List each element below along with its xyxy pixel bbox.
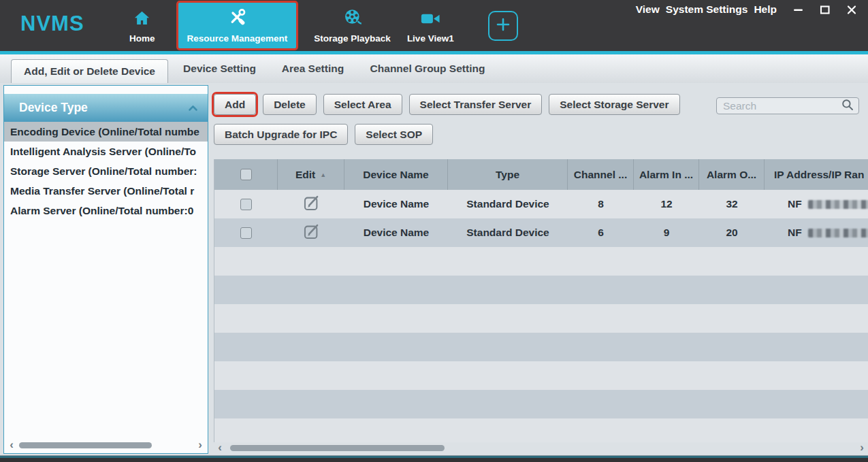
content-area: Device Type Encoding Device (Online/Tota… (0, 83, 868, 455)
tab-device-setting[interactable]: Device Setting (180, 54, 259, 83)
row-checkbox[interactable] (240, 199, 252, 210)
toolbar-row-1: Add Delete Select Area Select Transfer S… (214, 94, 680, 115)
cell-ip-address: NF (765, 190, 868, 218)
column-header-ip-address[interactable]: IP Address/IP Ran (765, 159, 868, 190)
empty-rows-stripes (214, 247, 868, 442)
column-header-type[interactable]: Type (448, 159, 568, 190)
search-box (716, 97, 859, 114)
delete-button[interactable]: Delete (263, 94, 317, 115)
column-header-alarm-out[interactable]: Alarm O... (699, 159, 765, 190)
tab-channel-group-setting[interactable]: Channel Group Setting (366, 54, 489, 83)
device-table: Edit ▲ Device Name Type Channel ... Alar… (214, 159, 868, 442)
nav-live-view[interactable]: Live View1 (399, 3, 462, 48)
column-header-edit-label: Edit (295, 169, 315, 181)
bottom-bar (0, 455, 868, 462)
minimize-icon[interactable] (793, 4, 804, 15)
cell-device-name: Device Name (344, 218, 448, 247)
app-window: NVMS Home (0, 0, 868, 462)
nav-storage-playback-label: Storage Playback (314, 33, 391, 44)
tools-icon (227, 7, 247, 30)
tab-area-setting[interactable]: Area Setting (277, 54, 349, 83)
cell-channel: 6 (568, 218, 634, 247)
sidebar-item-intelligent-analysis-server[interactable]: Intelligent Analysis Server (Online/To (4, 142, 208, 161)
row-checkbox[interactable] (240, 227, 252, 239)
column-header-alarm-in[interactable]: Alarm In ... (634, 159, 699, 190)
film-reel-icon (343, 8, 362, 30)
search-icon[interactable] (841, 99, 854, 114)
plus-icon (496, 17, 511, 35)
sidebar-item-storage-server[interactable]: Storage Server (Online/Total number: (4, 161, 208, 181)
nav-home-label: Home (129, 33, 155, 44)
ip-prefix: NF (788, 198, 802, 210)
menu-help[interactable]: Help (754, 3, 777, 16)
scroll-left-icon[interactable]: ‹ (216, 443, 224, 452)
scrollbar-thumb[interactable] (19, 442, 152, 448)
close-icon[interactable] (846, 4, 857, 15)
cell-channel: 8 (568, 190, 634, 218)
window-controls (793, 4, 857, 15)
batch-upgrade-for-ipc-button[interactable]: Batch Upgrade for IPC (214, 124, 348, 145)
main-nav: Home Resource Management (121, 3, 518, 48)
cell-type: Standard Device (448, 190, 568, 218)
nav-live-view-label: Live View1 (407, 33, 454, 44)
nav-resource-management-label: Resource Management (187, 33, 288, 44)
nav-storage-playback[interactable]: Storage Playback (306, 3, 399, 48)
nav-resource-management[interactable]: Resource Management (178, 3, 297, 48)
sort-asc-icon: ▲ (320, 171, 326, 178)
scroll-right-icon[interactable]: › (196, 440, 204, 450)
sidebar-horizontal-scrollbar[interactable]: ‹ › (7, 440, 204, 450)
cell-type: Standard Device (448, 218, 568, 247)
nav-home[interactable]: Home (121, 3, 163, 48)
column-header-edit[interactable]: Edit ▲ (278, 159, 344, 190)
table-horizontal-scrollbar[interactable]: ‹ › (216, 442, 866, 453)
sidebar-item-alarm-server[interactable]: Alarm Server (Online/Total number:0 (4, 201, 208, 220)
select-all-checkbox[interactable] (240, 169, 252, 180)
select-sop-button[interactable]: Select SOP (355, 124, 433, 145)
device-type-header[interactable]: Device Type (4, 94, 208, 122)
app-logo: NVMS (20, 12, 84, 36)
search-input[interactable] (723, 100, 841, 112)
select-area-button[interactable]: Select Area (323, 94, 402, 115)
sidebar-item-media-transfer-server[interactable]: Media Transfer Server (Online/Total r (4, 181, 208, 201)
toolbar-row-2: Batch Upgrade for IPC Select SOP (214, 124, 433, 145)
select-storage-server-button[interactable]: Select Storage Server (549, 94, 679, 115)
scrollbar-thumb[interactable] (230, 445, 445, 451)
menu-view[interactable]: View (636, 3, 660, 16)
cell-ip-address: NF (765, 218, 868, 247)
tab-bar: Add, Edit or Delete Device Device Settin… (0, 54, 868, 83)
menu-system-settings[interactable]: System Settings (666, 3, 748, 16)
cell-alarm-in: 9 (634, 218, 699, 247)
column-header-device-name[interactable]: Device Name (344, 159, 448, 190)
redacted-ip-block (808, 229, 868, 237)
table-row[interactable]: Device Name Standard Device 6 9 20 NF (214, 218, 868, 247)
scroll-left-icon[interactable]: ‹ (7, 440, 16, 450)
redacted-ip-block (808, 200, 868, 209)
device-type-header-label: Device Type (19, 101, 88, 115)
edit-device-button[interactable] (278, 218, 344, 247)
column-header-channel[interactable]: Channel ... (568, 159, 634, 190)
title-bar-right: View System Settings Help (636, 3, 857, 16)
top-bar: NVMS Home (0, 0, 868, 51)
add-button[interactable]: Add (214, 94, 256, 115)
table-row[interactable]: Device Name Standard Device 8 12 32 NF (214, 190, 868, 218)
cell-alarm-out: 20 (699, 218, 765, 247)
header-select-all (214, 159, 278, 190)
device-list-panel: Add Delete Select Area Select Transfer S… (214, 83, 868, 455)
edit-icon (302, 222, 321, 244)
maximize-icon[interactable] (820, 4, 831, 15)
menu-bar: View System Settings Help (636, 3, 777, 16)
sidebar-item-encoding-device[interactable]: Encoding Device (Online/Total numbe (4, 122, 208, 142)
cell-alarm-in: 12 (634, 190, 699, 218)
cell-alarm-out: 32 (699, 190, 765, 218)
cell-device-name: Device Name (344, 190, 448, 218)
add-tab-button[interactable] (488, 11, 518, 41)
device-type-panel: Device Type Encoding Device (Online/Tota… (3, 85, 208, 454)
home-icon (133, 10, 151, 30)
table-header: Edit ▲ Device Name Type Channel ... Alar… (214, 159, 868, 190)
chevron-up-icon (188, 105, 198, 112)
ip-prefix: NF (788, 227, 802, 239)
scroll-right-icon[interactable]: › (858, 443, 866, 452)
edit-device-button[interactable] (278, 190, 344, 218)
tab-add-edit-delete-device[interactable]: Add, Edit or Delete Device (11, 59, 168, 83)
select-transfer-server-button[interactable]: Select Transfer Server (409, 94, 543, 115)
